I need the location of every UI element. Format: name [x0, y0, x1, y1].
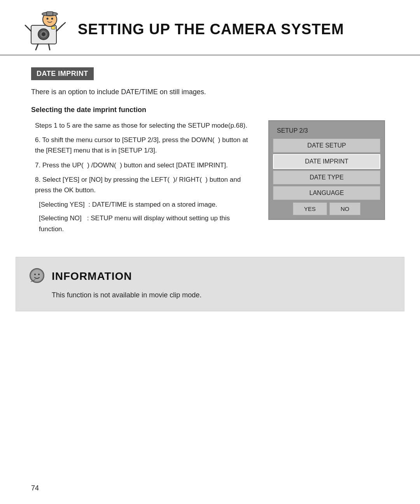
- camera-menu-column: SETUP 2/3 DATE SETUP DATE IMPRINT DATE T…: [268, 120, 389, 220]
- page-number: 74: [31, 484, 39, 492]
- main-content: DATE IMPRINT There is an option to inclu…: [0, 67, 420, 237]
- steps-column: Steps 1 to 5 are the same as those for s…: [31, 120, 253, 237]
- menu-item-date-setup: DATE SETUP: [273, 139, 380, 153]
- page-header: SETTING UP THE CAMERA SYSTEM: [0, 0, 420, 56]
- step-6: 6. To shift the menu cursor to [SETUP 2/…: [31, 135, 253, 156]
- sub-heading: Selecting the date imprint function: [31, 106, 389, 114]
- info-header: INFORMATION: [28, 267, 392, 286]
- svg-point-18: [38, 274, 40, 275]
- svg-rect-7: [47, 12, 53, 16]
- page-title: SETTING UP THE CAMERA SYSTEM: [78, 21, 344, 38]
- camera-character-icon: [23, 8, 66, 51]
- svg-point-16: [31, 270, 43, 281]
- page-container: SETTING UP THE CAMERA SYSTEM DATE IMPRIN…: [0, 0, 420, 504]
- menu-item-date-type: DATE TYPE: [273, 170, 380, 184]
- no-button[interactable]: NO: [329, 202, 361, 215]
- svg-line-10: [25, 25, 31, 31]
- section-label: DATE IMPRINT: [31, 67, 94, 80]
- svg-line-11: [56, 25, 62, 31]
- yes-button[interactable]: YES: [293, 202, 327, 215]
- camera-menu-title: SETUP 2/3: [273, 125, 380, 137]
- menu-item-language: LANGUAGE: [273, 186, 380, 200]
- intro-text: There is an option to include DATE/TIME …: [31, 88, 389, 96]
- note-no: [Selecting NO] : SETUP menu will display…: [31, 213, 253, 234]
- two-column-layout: Steps 1 to 5 are the same as those for s…: [31, 120, 389, 237]
- step-7: 7. Press the UP( ) /DOWN( ) button and s…: [31, 160, 253, 170]
- information-icon: [28, 267, 46, 286]
- note-yes: [Selecting YES] : DATE/TIME is stamped o…: [31, 199, 253, 210]
- information-title: INFORMATION: [52, 270, 132, 283]
- step-1: Steps 1 to 5 are the same as those for s…: [31, 120, 253, 131]
- svg-point-17: [34, 274, 36, 275]
- svg-point-3: [42, 32, 46, 36]
- svg-line-14: [49, 44, 50, 50]
- svg-line-13: [36, 44, 38, 50]
- steps-text: Steps 1 to 5 are the same as those for s…: [31, 120, 253, 234]
- information-text: This function is not available in movie …: [28, 291, 392, 299]
- svg-line-12: [62, 23, 65, 25]
- menu-item-date-imprint: DATE IMPRINT: [273, 154, 380, 169]
- svg-point-8: [47, 18, 49, 20]
- menu-buttons: YES NO: [273, 202, 380, 215]
- svg-point-9: [51, 18, 53, 20]
- camera-menu: SETUP 2/3 DATE SETUP DATE IMPRINT DATE T…: [268, 120, 385, 220]
- information-box: INFORMATION This function is not availab…: [16, 257, 404, 311]
- svg-rect-4: [51, 26, 55, 29]
- step-8: 8. Select [YES] or [NO] by pressing the …: [31, 174, 253, 195]
